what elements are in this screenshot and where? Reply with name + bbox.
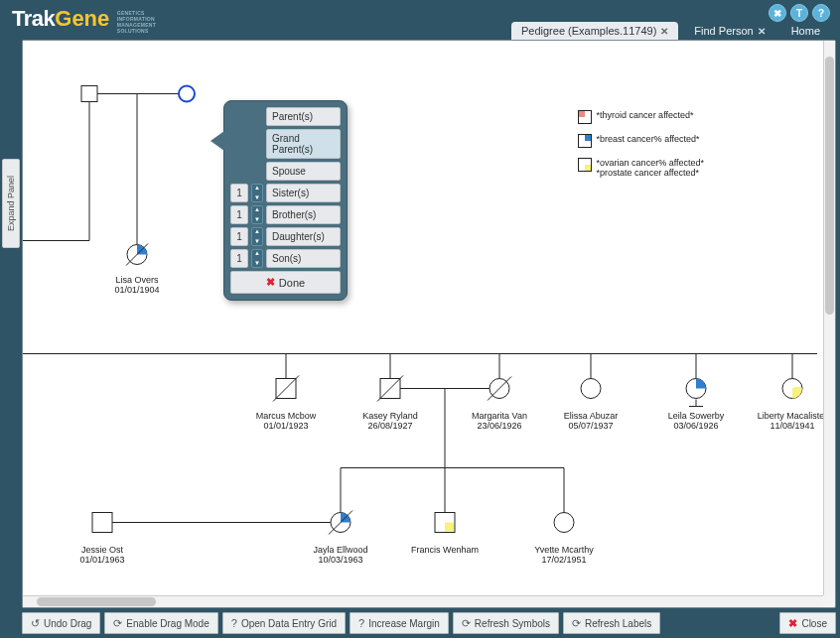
close-icon: ✖ [788, 617, 797, 630]
open-data-entry-grid-button[interactable]: ?Open Data Entry Grid [222, 612, 346, 634]
quantity-stepper[interactable]: ▲▼ [251, 249, 263, 268]
button-label: Open Data Entry Grid [241, 618, 337, 629]
legend-label: *breast cancer% affected* [597, 134, 700, 144]
add-daughters-button[interactable]: Daughter(s) [266, 227, 341, 246]
person-dob: 01/01/1923 [263, 421, 308, 431]
person-dob: 01/01/1963 [79, 555, 124, 565]
person-name: Liberty Macalister [758, 411, 823, 421]
quantity-stepper[interactable]: ▲▼ [251, 227, 263, 246]
tab-label: Pedigree (Examples.11749) [521, 25, 656, 37]
tab-label: Find Person [694, 25, 753, 37]
person-name: Margarita Van [472, 411, 527, 421]
horizontal-scrollbar[interactable] [23, 595, 823, 607]
legend: *thyroid cancer affected* *breast cancer… [578, 110, 704, 188]
close-button[interactable]: ✖Close [779, 612, 836, 634]
daughters-count[interactable]: 1 [230, 227, 248, 246]
legend-row: *ovarian cancer% affected* *prostate can… [578, 158, 704, 178]
button-label: Close [801, 618, 827, 629]
logo-gene: Gene [55, 6, 109, 31]
legend-swatch [578, 158, 592, 172]
person-name: Lisa Overs [115, 275, 159, 285]
button-label: Enable Drag Mode [126, 618, 209, 629]
sisters-count[interactable]: 1 [230, 184, 248, 202]
tab-pedigree[interactable]: Pedigree (Examples.11749) ✕ [511, 22, 678, 40]
person-dob: 10/03/1963 [318, 555, 362, 565]
legend-label: *ovarian cancer% affected* [597, 158, 704, 168]
scrollbar-thumb[interactable] [37, 597, 156, 606]
person-symbol-selected[interactable] [179, 86, 195, 102]
person-name: Marcus Mcbow [256, 411, 317, 421]
legend-swatch [578, 134, 592, 148]
refresh-icon: ⟳ [113, 617, 122, 630]
logo-tagline: GENETICSINFORMATIONMANAGEMENTSOLUTIONS [117, 10, 156, 34]
person-dob: 01/01/1904 [114, 285, 159, 295]
undo-icon: ↺ [31, 617, 40, 630]
legend-row: *breast cancer% affected* [578, 134, 704, 148]
button-label: Increase Margin [368, 618, 440, 629]
brothers-count[interactable]: 1 [230, 205, 248, 224]
popup-pointer-icon [210, 131, 224, 151]
increase-margin-button[interactable]: ?Increase Margin [350, 612, 449, 634]
legend-row: *thyroid cancer affected* [578, 110, 704, 124]
person-symbol[interactable] [92, 513, 112, 533]
tab-close-icon[interactable]: ✕ [758, 26, 766, 37]
legend-label: *thyroid cancer affected* [597, 110, 694, 120]
person-dob: 11/08/1941 [770, 421, 814, 431]
person-dob: 05/07/1937 [568, 421, 613, 431]
undo-drag-button[interactable]: ↺Undo Drag [22, 612, 100, 634]
button-label: Refresh Labels [585, 618, 651, 629]
button-label: Refresh Symbols [475, 618, 550, 629]
person-dob: 17/02/1951 [541, 555, 586, 565]
expand-panel-button[interactable]: Expand Panel [2, 159, 20, 248]
legend-swatch [578, 110, 592, 124]
add-grandparents-button[interactable]: Grand Parent(s) [266, 129, 341, 159]
theme-icon[interactable]: T [790, 4, 808, 22]
person-name: Francis Wenham [411, 545, 479, 555]
person-symbol[interactable] [554, 513, 574, 533]
person-name: Kasey Ryland [362, 411, 418, 421]
logo: TrakGene GENETICSINFORMATIONMANAGEMENTSO… [12, 6, 156, 34]
person-name: Elissa Abuzar [564, 411, 619, 421]
help-icon[interactable]: ? [812, 4, 830, 22]
refresh-symbols-button[interactable]: ⟳Refresh Symbols [453, 612, 559, 634]
question-icon: ? [231, 617, 237, 629]
pedigree-frame: Lisa Overs 01/01/1904 [22, 40, 836, 608]
tab-home[interactable]: Home [781, 22, 830, 40]
refresh-icon: ⟳ [572, 617, 581, 630]
close-icon: ✖ [266, 276, 275, 289]
add-spouse-button[interactable]: Spouse [266, 162, 341, 181]
add-parents-button[interactable]: Parent(s) [266, 107, 341, 126]
add-relative-popup: Parent(s) Grand Parent(s) Spouse 1 ▲▼ Si… [223, 100, 348, 301]
vertical-scrollbar[interactable] [823, 41, 835, 595]
refresh-labels-button[interactable]: ⟳Refresh Labels [563, 612, 660, 634]
add-brothers-button[interactable]: Brother(s) [266, 205, 341, 224]
done-button[interactable]: ✖ Done [230, 271, 341, 294]
done-label: Done [279, 277, 305, 289]
add-sisters-button[interactable]: Sister(s) [266, 184, 341, 202]
add-sons-button[interactable]: Son(s) [266, 249, 341, 268]
refresh-icon: ⟳ [462, 617, 471, 630]
person-symbol[interactable] [581, 379, 601, 399]
button-label: Undo Drag [44, 618, 91, 629]
person-name: Jessie Ost [81, 545, 124, 555]
scrollbar-thumb[interactable] [825, 57, 834, 315]
person-dob: 26/08/1927 [367, 421, 412, 431]
person-dob: 03/06/1926 [673, 421, 718, 431]
tab-find-person[interactable]: Find Person ✕ [684, 22, 774, 40]
question-icon: ? [358, 617, 364, 629]
enable-drag-mode-button[interactable]: ⟳Enable Drag Mode [104, 612, 217, 634]
legend-label: *prostate cancer affected* [597, 168, 704, 178]
pedigree-canvas[interactable]: Lisa Overs 01/01/1904 [23, 41, 823, 595]
tab-close-icon[interactable]: ✕ [660, 26, 668, 37]
quantity-stepper[interactable]: ▲▼ [251, 205, 263, 224]
close-icon[interactable]: ✖ [769, 4, 786, 22]
person-dob: 23/06/1926 [477, 421, 521, 431]
person-symbol[interactable] [81, 86, 97, 102]
footer-toolbar: ↺Undo Drag ⟳Enable Drag Mode ?Open Data … [22, 612, 836, 634]
logo-trak: Trak [12, 6, 55, 31]
person-name: Jayla Ellwood [313, 545, 367, 555]
sons-count[interactable]: 1 [230, 249, 248, 268]
person-name: Yvette Mcarthy [534, 545, 594, 555]
expand-panel-label: Expand Panel [6, 176, 16, 231]
quantity-stepper[interactable]: ▲▼ [251, 184, 263, 202]
